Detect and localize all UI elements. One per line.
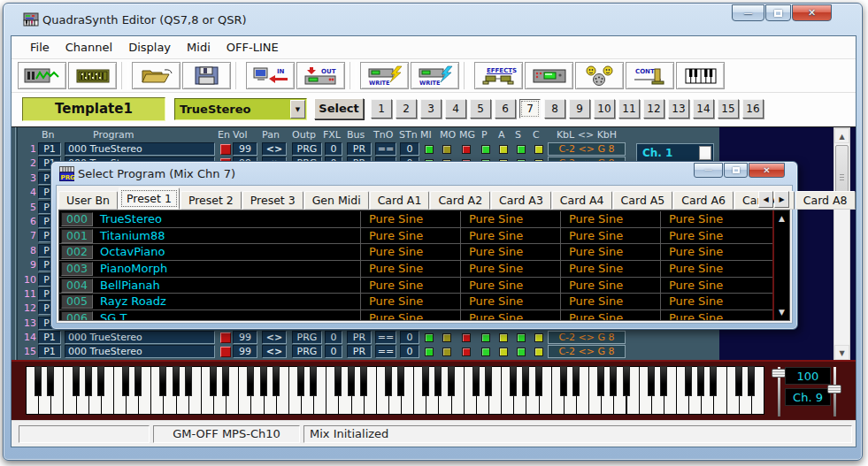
s-led[interactable]	[517, 145, 526, 154]
bank-tab[interactable]: Card A8	[795, 191, 856, 210]
piano-key-black[interactable]	[360, 366, 367, 396]
bank-tab[interactable]: Preset 1	[119, 187, 180, 210]
piano-key-black[interactable]	[222, 366, 229, 396]
bank-tab[interactable]: Card A2	[430, 191, 490, 210]
midi-in-led[interactable]	[425, 348, 434, 356]
piano-key-black[interactable]	[685, 366, 692, 396]
tab-scroll-left-icon[interactable]: ◀	[758, 191, 773, 208]
piano-key-black[interactable]	[623, 366, 630, 396]
enable-led[interactable]	[220, 144, 231, 155]
channel-button[interactable]: 13	[668, 99, 689, 118]
midi-send-button[interactable]: OUT	[296, 62, 345, 89]
channel-button[interactable]: 3	[420, 99, 442, 118]
bus-cell[interactable]: PR	[347, 142, 372, 156]
program-row[interactable]: 003 PianoMorph Pure Sine Pure Sine Pure …	[59, 261, 772, 278]
piano-key-black[interactable]	[648, 366, 655, 396]
s-led[interactable]	[517, 333, 526, 342]
piano-key-black[interactable]	[710, 366, 717, 396]
p-led[interactable]	[481, 145, 490, 154]
piano-key-black[interactable]	[173, 366, 180, 396]
piano-key-black[interactable]	[422, 366, 429, 396]
bank-cell[interactable]: P1	[38, 331, 61, 344]
program-row[interactable]: 005 Rayz Roadz Pure Sine Pure Sine Pure …	[59, 294, 772, 310]
menu-item[interactable]: OFF-LINE	[219, 38, 287, 57]
dialog-close-button[interactable]: ✕	[749, 163, 785, 178]
mix-table-scrollbar[interactable]: ▲ ▼	[833, 127, 850, 361]
dialog-minimize-button[interactable]: —	[694, 163, 723, 178]
bank-tab[interactable]: Card A6	[673, 191, 734, 210]
transpose-cell[interactable]: ==	[375, 331, 396, 344]
channel-button[interactable]: 15	[718, 99, 739, 118]
list-scroll-down-icon[interactable]: ▼	[774, 305, 789, 319]
close-button[interactable]: ✕	[792, 4, 832, 21]
output-cell[interactable]: PRG	[292, 331, 322, 344]
write-mix-button[interactable]: WRITE	[411, 62, 459, 89]
channel-button[interactable]: 4	[445, 99, 466, 118]
bank-tab[interactable]: Card A3	[491, 191, 551, 210]
program-row[interactable]: 002 OctavPiano Pure Sine Pure Sine Pure …	[59, 244, 772, 261]
c-led[interactable]	[534, 145, 543, 154]
bank-tab[interactable]: Preset 2	[181, 191, 242, 210]
bank-tab[interactable]: Card A4	[552, 191, 612, 210]
midi-out-led[interactable]	[442, 145, 451, 154]
piano-key-black[interactable]	[485, 366, 492, 396]
maximize-button[interactable]	[765, 4, 791, 21]
bank-tab[interactable]: Card A5	[613, 191, 673, 210]
midi-out-led[interactable]	[442, 348, 451, 356]
midi-in-led[interactable]	[425, 145, 434, 154]
enable-led[interactable]	[220, 332, 231, 343]
midi-out-led[interactable]	[442, 333, 451, 342]
channel-slider-handle[interactable]	[827, 385, 841, 393]
a-led[interactable]	[499, 348, 508, 356]
pan-cell[interactable]: <>	[262, 345, 287, 358]
p-led[interactable]	[481, 348, 490, 356]
open-file-button[interactable]	[132, 62, 181, 89]
menu-item[interactable]: File	[22, 38, 58, 57]
semitone-cell[interactable]: 0	[400, 331, 419, 344]
key-range-cell[interactable]: C-2 <> G 8	[548, 142, 626, 156]
midi-group-led[interactable]	[462, 348, 471, 356]
piano-key-black[interactable]	[434, 366, 442, 396]
piano-key-black[interactable]	[748, 366, 755, 396]
channel-button[interactable]: 1	[371, 99, 392, 118]
piano-key-black[interactable]	[348, 366, 355, 396]
channel-button[interactable]: 7	[519, 99, 541, 118]
channel-spinner[interactable]	[699, 146, 711, 160]
bank-cell[interactable]: P1	[38, 345, 61, 358]
program-cell[interactable]: 000 TrueStereo	[65, 142, 215, 156]
piano-key-black[interactable]	[310, 366, 317, 396]
bus-cell[interactable]: PR	[347, 331, 372, 344]
row1-channel-box[interactable]: Ch. 1	[636, 143, 714, 163]
midi-group-led[interactable]	[462, 333, 471, 342]
piano-key-black[interactable]	[560, 366, 567, 396]
c-led[interactable]	[534, 348, 543, 356]
s-led[interactable]	[517, 348, 526, 356]
select-button[interactable]: Select	[314, 98, 364, 119]
piano-key-black[interactable]	[97, 366, 104, 396]
channel-button[interactable]: 9	[569, 99, 590, 118]
midi-cable-button[interactable]	[575, 62, 624, 89]
midi-group-led[interactable]	[462, 145, 471, 154]
semitone-cell[interactable]: 0	[400, 345, 419, 358]
scroll-up-icon[interactable]: ▲	[834, 128, 849, 143]
channel-button[interactable]: 10	[594, 99, 615, 118]
output-cell[interactable]: PRG	[292, 142, 322, 156]
piano-key-black[interactable]	[247, 366, 254, 396]
c-led[interactable]	[534, 333, 543, 342]
piano-key-black[interactable]	[334, 366, 342, 396]
channel-button[interactable]: 11	[618, 99, 640, 118]
transpose-cell[interactable]: ==	[375, 142, 396, 156]
controllers-button[interactable]: CONTR	[626, 62, 674, 89]
piano-key-black[interactable]	[297, 366, 304, 396]
menu-item[interactable]: Display	[120, 38, 179, 57]
volume-cell[interactable]: 99	[233, 345, 257, 358]
channel-button[interactable]: 5	[470, 99, 491, 118]
menu-item[interactable]: Channel	[58, 38, 120, 57]
piano-key-black[interactable]	[260, 366, 267, 396]
list-scroll-up-icon[interactable]: ▲	[774, 211, 789, 225]
piano-key-black[interactable]	[134, 366, 142, 396]
program-row[interactable]: 006 SG T Pure Sine Pure Sine Pure Sine P…	[59, 310, 772, 321]
midi-in-led[interactable]	[425, 333, 434, 342]
program-row[interactable]: 001 Titanium88 Pure Sine Pure Sine Pure …	[59, 228, 772, 245]
channel-button[interactable]: 14	[693, 99, 714, 118]
